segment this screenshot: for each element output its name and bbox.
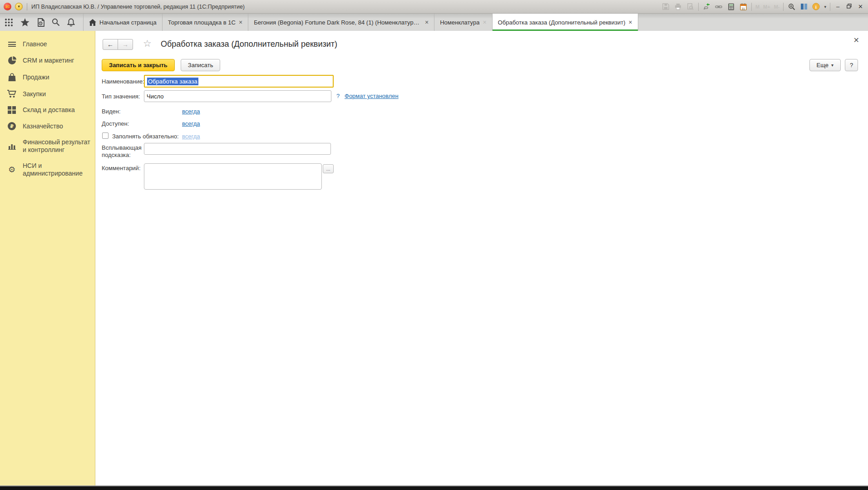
tab-label: Начальная страница <box>99 19 157 26</box>
info-dropdown-icon[interactable]: ▾ <box>824 5 826 9</box>
form-close-icon[interactable]: ✕ <box>853 36 859 44</box>
bar-chart-icon <box>7 142 17 150</box>
sidebar-item-purchasing[interactable]: Закупки <box>0 86 95 102</box>
close-window-button[interactable]: ✕ <box>857 3 864 10</box>
gear-icon: ⚙ <box>7 166 17 174</box>
help-button[interactable]: ? <box>845 59 858 71</box>
history-icon[interactable] <box>37 18 44 27</box>
tab-close-icon[interactable]: × <box>629 19 632 25</box>
menu-icon <box>7 42 17 47</box>
available-always-link[interactable]: всегда <box>182 120 200 127</box>
zoom-icon[interactable] <box>787 2 796 11</box>
sidebar-item-nsi-administration[interactable]: ⚙ НСИ и администрирование <box>0 158 95 181</box>
tab-close-icon[interactable]: × <box>483 19 486 25</box>
calculator-icon[interactable] <box>727 2 735 11</box>
taskbar-sliver <box>0 486 868 490</box>
comment-textarea[interactable] <box>144 163 322 190</box>
favorites-icon[interactable] <box>20 18 30 27</box>
visible-always-link[interactable]: всегда <box>182 108 200 115</box>
tab-strip: Начальная страница Торговая площадка в 1… <box>0 14 868 31</box>
tab-label: Торговая площадка в 1С <box>168 19 236 26</box>
tooltip-input[interactable] <box>144 143 331 155</box>
all-functions-menu-icon[interactable] <box>5 18 13 27</box>
more-button[interactable]: Еще ▾ <box>809 59 841 71</box>
available-field-label: Доступен: <box>102 120 129 127</box>
home-icon <box>89 19 96 26</box>
sidebar-item-warehouse-delivery[interactable]: Склад и доставка <box>0 102 95 118</box>
window-titlebar: 1С ▾ ИП Владиславская Ю.В. / Управление … <box>0 0 868 14</box>
sidebar-item-financial-result[interactable]: Финансовый результат и контроллинг <box>0 134 95 158</box>
name-field-label: Наименование: <box>102 78 144 85</box>
tab-nomenclature[interactable]: Номенклатура × <box>434 14 492 31</box>
name-input-selected-text: Обработка заказа <box>147 78 198 85</box>
sidebar-item-label: CRM и маркетинг <box>23 57 74 64</box>
nav-forward-button[interactable]: → <box>118 39 133 50</box>
calendar-icon[interactable]: 31 <box>739 2 748 11</box>
info-icon[interactable]: i <box>812 2 820 11</box>
minimize-button[interactable]: – <box>834 3 842 10</box>
quick-toolbar <box>0 14 83 31</box>
sidebar-item-label: Закупки <box>23 90 46 98</box>
comment-field-label: Комментарий: <box>102 165 141 172</box>
get-link-icon[interactable] <box>702 2 711 11</box>
tab-close-icon[interactable]: × <box>239 19 242 25</box>
split-columns-icon[interactable] <box>799 2 808 11</box>
required-always-link: всегда <box>182 133 200 140</box>
tab-close-icon[interactable]: × <box>425 19 429 25</box>
notifications-bell-icon[interactable] <box>67 18 75 27</box>
save-icon <box>661 2 670 11</box>
nav-back-button[interactable]: ← <box>103 39 118 50</box>
tab-order-processing-attribute[interactable]: Обработка заказа (Дополнительный реквизи… <box>492 14 638 31</box>
favorite-star-icon[interactable]: ☆ <box>143 38 152 49</box>
tab-home[interactable]: Начальная страница <box>83 14 162 31</box>
memory-m-minus-icon: M- <box>774 4 780 10</box>
1c-logo-icon: 1С <box>4 3 11 10</box>
comment-more-button[interactable]: ... <box>323 164 334 173</box>
sidebar-item-sales[interactable]: Продажи <box>0 69 95 86</box>
form-nav-buttons: ← → <box>103 39 133 50</box>
required-field-label: Заполнять обязательно: <box>112 133 179 140</box>
save-and-close-button[interactable]: Записать и закрыть <box>102 59 175 71</box>
1c-enterprise-window: 1С ▾ ИП Владиславская Ю.В. / Управление … <box>0 0 868 490</box>
go-link-icon[interactable] <box>715 2 723 11</box>
search-icon[interactable] <box>52 18 60 26</box>
sidebar-item-treasury[interactable]: ₽ Казначейство <box>0 118 95 134</box>
ruble-coin-icon: ₽ <box>7 122 17 130</box>
sidebar-item-crm-marketing[interactable]: CRM и маркетинг <box>0 52 95 69</box>
sections-sidebar: Главное CRM и маркетинг Продажи Закупки … <box>0 31 95 485</box>
value-type-input[interactable] <box>144 90 331 102</box>
memory-m-icon: M <box>755 4 760 10</box>
main-menu-button[interactable]: ▾ <box>15 3 23 10</box>
sidebar-item-label: НСИ и администрирование <box>23 162 91 177</box>
titlebar-group-separator <box>830 3 830 11</box>
sidebar-item-label: Финансовый результат и контроллинг <box>23 138 91 154</box>
tooltip-field-label: Всплывающая подсказка: <box>102 144 143 159</box>
visible-field-label: Виден: <box>102 108 121 115</box>
titlebar-group-separator <box>698 3 699 11</box>
value-type-help-icon[interactable]: ? <box>336 93 340 99</box>
sidebar-item-label: Склад и доставка <box>23 106 75 114</box>
format-set-link[interactable]: Формат установлен <box>345 93 399 99</box>
value-type-field-label: Тип значения: <box>102 93 140 100</box>
memory-m-plus-icon: M+ <box>763 4 770 10</box>
name-input[interactable]: Обработка заказа <box>144 75 334 88</box>
form-title: Обработка заказа (Дополнительный реквизи… <box>161 39 337 49</box>
tab-trade-platform[interactable]: Торговая площадка в 1С × <box>162 14 248 31</box>
required-checkbox[interactable] <box>102 132 108 139</box>
sidebar-item-label: Казначейство <box>23 122 63 130</box>
form-command-bar-right: Еще ▾ ? <box>809 59 858 71</box>
form-command-bar: Записать и закрыть Записать <box>102 59 220 71</box>
tab-label: Бегония (Begonia) Fortune Dark Rose, 84 … <box>254 19 422 26</box>
tab-begonia-item[interactable]: Бегония (Begonia) Fortune Dark Rose, 84 … <box>248 14 434 31</box>
chevron-down-icon: ▾ <box>831 63 833 68</box>
save-button[interactable]: Записать <box>181 59 221 71</box>
titlebar-tools: 31 M M+ M- i ▾ – ✕ <box>661 2 864 11</box>
titlebar-group-separator <box>751 3 752 11</box>
print-icon <box>674 2 682 11</box>
calendar-day-label: 31 <box>739 7 748 10</box>
restore-button[interactable] <box>845 3 853 10</box>
titlebar-group-separator <box>783 3 784 11</box>
titlebar-separator <box>27 3 27 10</box>
window-title: ИП Владиславская Ю.В. / Управление торго… <box>31 4 245 10</box>
sidebar-item-main[interactable]: Главное <box>0 36 95 52</box>
